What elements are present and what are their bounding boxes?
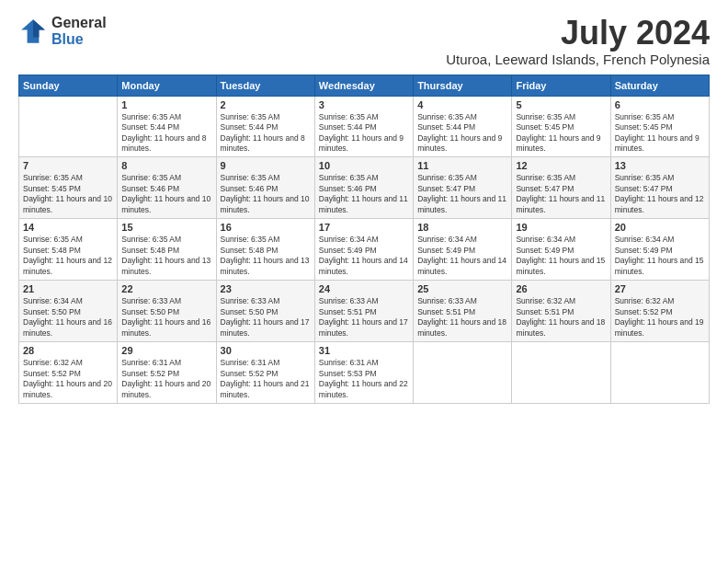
- calendar-cell: 25 Sunrise: 6:33 AM Sunset: 5:51 PM Dayl…: [414, 281, 512, 342]
- day-number: 9: [221, 160, 311, 171]
- sunrise-text: Sunrise: 6:33 AM: [319, 296, 379, 305]
- sunset-text: Sunset: 5:47 PM: [516, 184, 574, 193]
- daylight-text: Daylight: 11 hours and 12 minutes.: [23, 256, 112, 275]
- day-info: Sunrise: 6:35 AM Sunset: 5:44 PM Dayligh…: [221, 112, 311, 155]
- day-info: Sunrise: 6:35 AM Sunset: 5:47 PM Dayligh…: [615, 173, 705, 215]
- sunset-text: Sunset: 5:50 PM: [221, 307, 279, 316]
- day-number: 27: [615, 283, 705, 294]
- day-info: Sunrise: 6:35 AM Sunset: 5:47 PM Dayligh…: [516, 173, 606, 215]
- day-number: 31: [319, 345, 409, 356]
- daylight-text: Daylight: 11 hours and 21 minutes.: [221, 379, 310, 398]
- sunrise-text: Sunrise: 6:35 AM: [23, 173, 83, 182]
- sunrise-text: Sunrise: 6:33 AM: [417, 296, 477, 305]
- day-info: Sunrise: 6:32 AM Sunset: 5:51 PM Dayligh…: [516, 296, 606, 339]
- daylight-text: Daylight: 11 hours and 13 minutes.: [121, 256, 210, 275]
- logo-general-text: General: [51, 15, 107, 31]
- sunset-text: Sunset: 5:49 PM: [417, 246, 475, 255]
- sunrise-text: Sunrise: 6:33 AM: [121, 296, 181, 305]
- day-info: Sunrise: 6:31 AM Sunset: 5:52 PM Dayligh…: [221, 358, 311, 400]
- day-number: 7: [23, 160, 113, 171]
- sunset-text: Sunset: 5:46 PM: [221, 184, 279, 193]
- calendar-cell: 10 Sunrise: 6:35 AM Sunset: 5:46 PM Dayl…: [314, 157, 413, 219]
- day-number: 22: [121, 283, 211, 294]
- week-row-2: 7 Sunrise: 6:35 AM Sunset: 5:45 PM Dayli…: [19, 157, 710, 219]
- calendar-cell: 30 Sunrise: 6:31 AM Sunset: 5:52 PM Dayl…: [216, 342, 314, 404]
- daylight-text: Daylight: 11 hours and 22 minutes.: [319, 379, 408, 398]
- day-info: Sunrise: 6:34 AM Sunset: 5:49 PM Dayligh…: [516, 235, 606, 277]
- sunrise-text: Sunrise: 6:35 AM: [417, 173, 477, 182]
- sunrise-text: Sunrise: 6:35 AM: [615, 112, 675, 121]
- sunset-text: Sunset: 5:52 PM: [221, 369, 279, 378]
- day-info: Sunrise: 6:31 AM Sunset: 5:52 PM Dayligh…: [121, 358, 211, 400]
- calendar-cell: 12 Sunrise: 6:35 AM Sunset: 5:47 PM Dayl…: [512, 157, 610, 219]
- day-info: Sunrise: 6:32 AM Sunset: 5:52 PM Dayligh…: [23, 358, 113, 400]
- calendar-cell: 9 Sunrise: 6:35 AM Sunset: 5:46 PM Dayli…: [216, 157, 314, 219]
- calendar-cell: 1 Sunrise: 6:35 AM Sunset: 5:44 PM Dayli…: [118, 96, 216, 157]
- header-wednesday: Wednesday: [314, 75, 413, 96]
- sunrise-text: Sunrise: 6:32 AM: [23, 358, 83, 367]
- calendar-cell: 15 Sunrise: 6:35 AM Sunset: 5:48 PM Dayl…: [118, 219, 216, 281]
- sunset-text: Sunset: 5:49 PM: [516, 246, 574, 255]
- daylight-text: Daylight: 11 hours and 11 minutes.: [516, 194, 605, 213]
- sunset-text: Sunset: 5:48 PM: [121, 246, 179, 255]
- day-info: Sunrise: 6:33 AM Sunset: 5:50 PM Dayligh…: [121, 296, 211, 339]
- daylight-text: Daylight: 11 hours and 20 minutes.: [23, 379, 112, 398]
- sunset-text: Sunset: 5:50 PM: [121, 307, 179, 316]
- calendar-cell: 6 Sunrise: 6:35 AM Sunset: 5:45 PM Dayli…: [610, 96, 709, 157]
- daylight-text: Daylight: 11 hours and 14 minutes.: [319, 256, 408, 275]
- location-title: Uturoa, Leeward Islands, French Polynesi…: [446, 52, 710, 67]
- calendar-cell: 14 Sunrise: 6:35 AM Sunset: 5:48 PM Dayl…: [19, 219, 118, 281]
- day-number: 17: [319, 222, 409, 233]
- calendar-cell: 24 Sunrise: 6:33 AM Sunset: 5:51 PM Dayl…: [314, 281, 413, 342]
- day-info: Sunrise: 6:35 AM Sunset: 5:47 PM Dayligh…: [417, 173, 507, 215]
- sunset-text: Sunset: 5:48 PM: [221, 246, 279, 255]
- calendar-cell: 5 Sunrise: 6:35 AM Sunset: 5:45 PM Dayli…: [512, 96, 610, 157]
- calendar-cell: 19 Sunrise: 6:34 AM Sunset: 5:49 PM Dayl…: [512, 219, 610, 281]
- sunset-text: Sunset: 5:44 PM: [221, 122, 279, 132]
- calendar-cell: 28 Sunrise: 6:32 AM Sunset: 5:52 PM Dayl…: [19, 342, 118, 404]
- daylight-text: Daylight: 11 hours and 10 minutes.: [121, 194, 210, 213]
- header: General Blue July 2024 Uturoa, Leeward I…: [18, 15, 710, 67]
- week-row-4: 21 Sunrise: 6:34 AM Sunset: 5:50 PM Dayl…: [19, 281, 710, 342]
- day-info: Sunrise: 6:35 AM Sunset: 5:44 PM Dayligh…: [417, 112, 507, 155]
- title-area: July 2024 Uturoa, Leeward Islands, Frenc…: [446, 15, 710, 67]
- sunrise-text: Sunrise: 6:35 AM: [417, 112, 477, 121]
- day-info: Sunrise: 6:35 AM Sunset: 5:48 PM Dayligh…: [23, 235, 113, 277]
- header-friday: Friday: [512, 75, 610, 96]
- daylight-text: Daylight: 11 hours and 14 minutes.: [417, 256, 506, 275]
- day-info: Sunrise: 6:35 AM Sunset: 5:46 PM Dayligh…: [121, 173, 211, 215]
- daylight-text: Daylight: 11 hours and 9 minutes.: [615, 133, 700, 153]
- sunset-text: Sunset: 5:53 PM: [319, 369, 377, 378]
- calendar-cell: 27 Sunrise: 6:32 AM Sunset: 5:52 PM Dayl…: [610, 281, 709, 342]
- calendar-cell: 22 Sunrise: 6:33 AM Sunset: 5:50 PM Dayl…: [118, 281, 216, 342]
- day-number: 14: [23, 222, 113, 233]
- day-number: 15: [121, 222, 211, 233]
- sunrise-text: Sunrise: 6:35 AM: [221, 173, 280, 182]
- sunset-text: Sunset: 5:49 PM: [319, 246, 377, 255]
- day-info: Sunrise: 6:35 AM Sunset: 5:46 PM Dayligh…: [319, 173, 409, 215]
- sunrise-text: Sunrise: 6:34 AM: [417, 235, 477, 244]
- sunrise-text: Sunrise: 6:35 AM: [221, 235, 280, 244]
- daylight-text: Daylight: 11 hours and 20 minutes.: [121, 379, 210, 398]
- day-number: 29: [121, 345, 211, 356]
- sunrise-text: Sunrise: 6:35 AM: [221, 112, 280, 121]
- day-number: 23: [221, 283, 311, 294]
- week-row-3: 14 Sunrise: 6:35 AM Sunset: 5:48 PM Dayl…: [19, 219, 710, 281]
- day-number: 5: [516, 99, 606, 110]
- sunset-text: Sunset: 5:52 PM: [23, 369, 81, 378]
- daylight-text: Daylight: 11 hours and 16 minutes.: [23, 317, 112, 337]
- sunset-text: Sunset: 5:47 PM: [417, 184, 475, 193]
- day-number: 18: [417, 222, 507, 233]
- daylight-text: Daylight: 11 hours and 19 minutes.: [615, 317, 704, 337]
- sunset-text: Sunset: 5:50 PM: [23, 307, 81, 316]
- daylight-text: Daylight: 11 hours and 13 minutes.: [221, 256, 310, 275]
- sunrise-text: Sunrise: 6:34 AM: [319, 235, 379, 244]
- sunrise-text: Sunrise: 6:34 AM: [516, 235, 575, 244]
- daylight-text: Daylight: 11 hours and 8 minutes.: [121, 133, 206, 153]
- day-info: Sunrise: 6:35 AM Sunset: 5:48 PM Dayligh…: [121, 235, 211, 277]
- day-number: 19: [516, 222, 606, 233]
- sunset-text: Sunset: 5:51 PM: [516, 307, 574, 316]
- sunrise-text: Sunrise: 6:35 AM: [23, 235, 83, 244]
- week-row-1: 1 Sunrise: 6:35 AM Sunset: 5:44 PM Dayli…: [19, 96, 710, 157]
- calendar-cell: 29 Sunrise: 6:31 AM Sunset: 5:52 PM Dayl…: [118, 342, 216, 404]
